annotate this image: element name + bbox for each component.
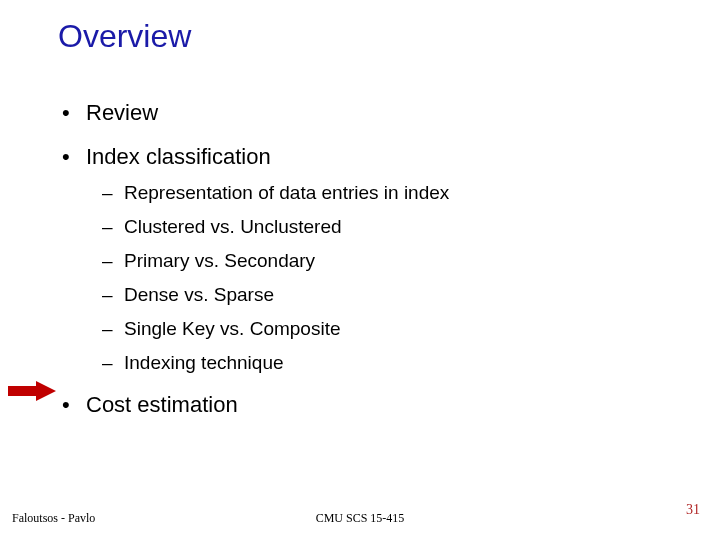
footer-course: CMU SCS 15-415 [0,511,720,526]
sub-clustered: Clustered vs. Unclustered [86,216,670,238]
sub-text: Primary vs. Secondary [124,250,315,271]
svg-marker-0 [8,381,56,401]
bullet-cost-estimation: Cost estimation [60,392,670,418]
bullet-text: Cost estimation [86,392,238,417]
slide-title: Overview [58,18,191,55]
sub-representation: Representation of data entries in index [86,182,670,204]
slide: Overview Review Index classification Rep… [0,0,720,540]
sub-technique: Indexing technique [86,352,670,374]
sub-text: Representation of data entries in index [124,182,449,203]
sub-text: Clustered vs. Unclustered [124,216,342,237]
sub-primary: Primary vs. Secondary [86,250,670,272]
footer-page-number: 31 [686,502,700,518]
pointer-arrow-icon [8,381,56,401]
bullet-review: Review [60,100,670,126]
sub-dense: Dense vs. Sparse [86,284,670,306]
sub-text: Dense vs. Sparse [124,284,274,305]
bullet-index-classification: Index classification Representation of d… [60,144,670,374]
sub-text: Single Key vs. Composite [124,318,341,339]
outline-list: Review Index classification Representati… [60,100,670,436]
sublist: Representation of data entries in index … [86,182,670,374]
sub-singlekey: Single Key vs. Composite [86,318,670,340]
bullet-text: Index classification [86,144,271,169]
sub-text: Indexing technique [124,352,284,373]
bullet-text: Review [86,100,158,125]
